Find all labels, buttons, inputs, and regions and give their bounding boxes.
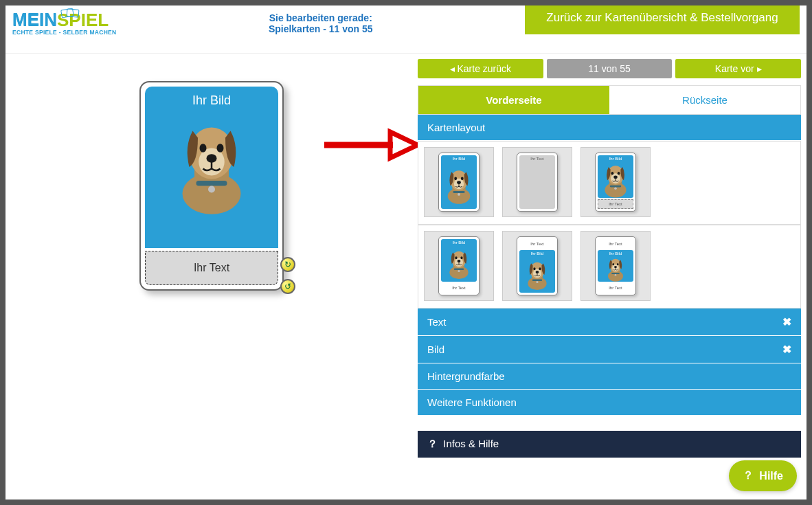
dog-image <box>445 244 473 282</box>
section-text[interactable]: Text ✖ <box>418 308 801 336</box>
layout-option[interactable]: Ihr Bild Ihr Text <box>424 231 494 301</box>
section-bgcolor[interactable]: Hintergrundfarbe <box>418 363 801 390</box>
svg-marker-10 <box>390 132 418 158</box>
card-image-area[interactable]: Ihr Bild <box>145 87 278 248</box>
dog-image <box>150 112 273 215</box>
layout-options-row1[interactable]: Ihr Bild Ihr Text Ihr Bild Ihr Text <box>418 141 801 225</box>
back-to-overview-button[interactable]: Zurück zur Kartenübersicht & Bestellvorg… <box>525 5 800 34</box>
card-preview[interactable]: Ihr Bild Ihr Text <box>139 81 284 291</box>
header-status: Sie bearbeiten gerade: Spielkarten - 11 … <box>124 5 519 34</box>
editor-panel: ◂ Karte zurück 11 von 55 Karte vor ▸ Vor… <box>418 59 807 497</box>
layout-option[interactable]: Ihr Bild Ihr Text <box>580 147 651 217</box>
logo-cards-icon <box>56 9 89 17</box>
tab-back[interactable]: Rückseite <box>609 86 800 114</box>
help-button[interactable]: ？ Hilfe <box>729 460 797 491</box>
dog-image <box>602 255 629 282</box>
prev-card-button[interactable]: ◂ Karte zurück <box>418 59 543 78</box>
card-text-area[interactable]: Ihr Text <box>145 251 278 285</box>
card-counter: 11 von 55 <box>547 59 673 78</box>
dog-image <box>442 160 475 209</box>
close-icon[interactable]: ✖ <box>782 315 791 328</box>
rotate-cw-button[interactable]: ↻ <box>280 257 295 272</box>
dog-image <box>599 160 632 198</box>
tab-front[interactable]: Vorderseite <box>418 86 609 114</box>
card-image-label: Ihr Bild <box>192 87 231 112</box>
question-icon: ？ <box>743 469 754 483</box>
logo-subtitle: ECHTE SPIELE - SELBER MACHEN <box>12 29 117 36</box>
question-icon: ？ <box>427 438 438 449</box>
annotation-arrow-icon <box>322 128 418 162</box>
logo[interactable]: MEIN MEINSPIEL ECHTE SPIELE - SELBER MAC… <box>5 5 124 36</box>
layout-option[interactable]: Ihr Bild <box>424 147 494 217</box>
rotate-ccw-button[interactable]: ↺ <box>280 279 295 294</box>
layout-option[interactable]: Ihr Text Ihr Bild <box>502 231 572 301</box>
header: MEIN MEINSPIEL ECHTE SPIELE - SELBER MAC… <box>5 5 807 54</box>
section-image[interactable]: Bild ✖ <box>418 336 801 363</box>
close-icon[interactable]: ✖ <box>782 343 791 356</box>
section-info[interactable]: ？ Infos & Hilfe <box>418 431 801 458</box>
layout-options-row2[interactable]: Ihr Bild Ihr Text Ihr Text Ihr Bild Ihr … <box>418 225 801 308</box>
next-card-button[interactable]: Karte vor ▸ <box>675 59 801 78</box>
dog-image <box>523 255 551 293</box>
section-layout[interactable]: Kartenlayout <box>418 115 801 141</box>
layout-option[interactable]: Ihr Text <box>502 147 572 217</box>
preview-pane: Ihr Bild Ihr Text ↻ ↺ <box>5 59 418 497</box>
layout-option[interactable]: Ihr Text Ihr Bild Ihr Text <box>580 231 651 301</box>
section-more[interactable]: Weitere Funktionen <box>418 390 801 416</box>
